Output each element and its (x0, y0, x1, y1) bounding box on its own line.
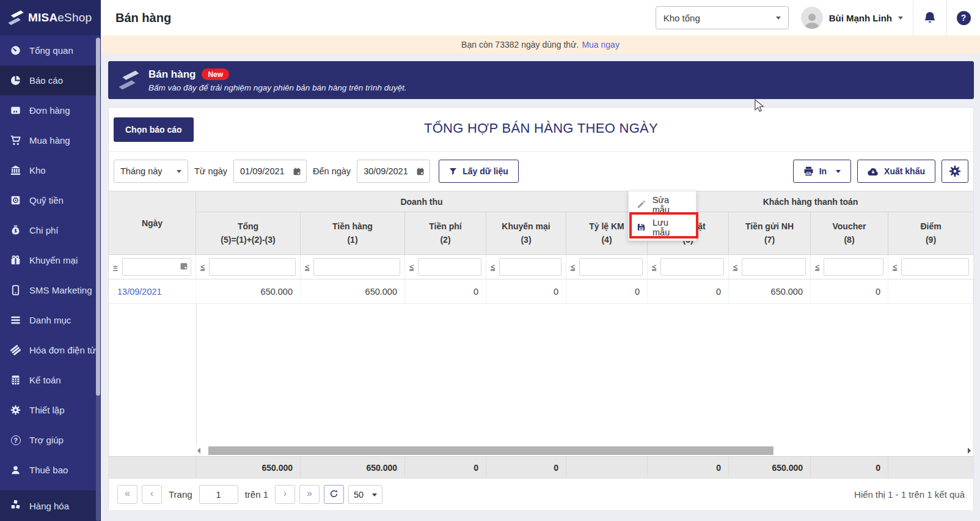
menu-item-luu-mau[interactable]: Lưu mẫu (629, 216, 696, 238)
page-size-select[interactable]: 50 (348, 485, 382, 504)
sidebar-item-sms-marketing[interactable]: SMS Marketing (0, 275, 101, 305)
notifications-button[interactable] (913, 0, 946, 35)
promo-banner[interactable]: Bán hàng New Bấm vào đây để trải nghiệm … (108, 61, 974, 99)
column-header-tien-phi[interactable]: Tiền phí(2) (405, 212, 486, 255)
sidebar-item-mua-hang[interactable]: Mua hàng (0, 125, 101, 155)
report-title: TỔNG HỢP BÁN HÀNG THEO NGÀY (109, 120, 973, 136)
sidebar-item-hang-hoa[interactable]: Hàng hóa (0, 490, 101, 521)
filter-input[interactable] (209, 258, 296, 276)
scroll-left-icon[interactable] (197, 448, 200, 454)
calendar-icon[interactable] (180, 262, 188, 270)
from-date-field[interactable] (233, 160, 307, 183)
filter-input[interactable] (742, 258, 806, 276)
filter-operator[interactable]: ≤ (409, 262, 414, 272)
sidebar-item-thiet-lap[interactable]: Thiết lập (0, 395, 101, 425)
print-button[interactable]: In (793, 160, 851, 183)
filter-operator[interactable]: = (113, 262, 118, 272)
filter-cell: ≤ (405, 255, 486, 279)
to-date-input[interactable] (364, 166, 412, 176)
calendar-icon[interactable] (416, 167, 425, 176)
horizontal-scrollbar[interactable] (109, 445, 973, 456)
sidebar-scrollbar-thumb[interactable] (96, 38, 100, 396)
warehouse-bank-icon (10, 165, 21, 176)
gear-icon (10, 405, 21, 415)
sidebar-item-label: Quỹ tiền (29, 195, 64, 205)
sidebar-item-tong-quan[interactable]: Tổng quan (0, 35, 101, 65)
buy-now-link[interactable]: Mua ngay (582, 40, 619, 50)
filter-icon (449, 168, 457, 176)
cell-date-link[interactable]: 13/09/2021 (109, 279, 196, 303)
filter-input[interactable] (418, 258, 481, 276)
total-tien-gui-nh: 650.000 (729, 457, 811, 478)
scroll-right-icon[interactable] (968, 448, 971, 454)
brand-logo[interactable]: MISAeShop (0, 0, 101, 35)
refresh-button[interactable] (324, 485, 344, 504)
menu-item-label: Lưu mẫu (653, 218, 688, 237)
prev-page-button[interactable]: ‹ (142, 485, 162, 504)
filter-operator[interactable]: ≤ (571, 262, 575, 272)
filter-operator[interactable]: ≤ (491, 262, 495, 272)
sidebar-item-kho[interactable]: Kho (0, 155, 101, 185)
reports-pie-icon (10, 75, 21, 86)
sidebar-item-label: Mua hàng (29, 135, 70, 146)
sidebar-item-bao-cao[interactable]: Báo cáo (0, 65, 101, 95)
filter-input[interactable] (579, 258, 643, 276)
filter-operator[interactable]: ≤ (733, 262, 737, 272)
column-header-khuyen-mai[interactable]: Khuyến mại(3) (486, 212, 566, 255)
filter-input[interactable] (660, 258, 724, 276)
table-settings-button[interactable] (942, 160, 968, 183)
filter-input[interactable] (499, 258, 561, 276)
filter-operator[interactable]: ≤ (652, 262, 656, 272)
filter-operator[interactable]: ≤ (200, 262, 205, 272)
column-header-tong[interactable]: Tổng(5)=(1)+(2)-(3) (196, 212, 301, 255)
sidebar-item-quy-tien[interactable]: Quỹ tiền (0, 185, 101, 215)
sidebar-item-label: Kho (29, 165, 46, 176)
calendar-icon[interactable] (293, 167, 301, 176)
column-header-tien-gui-nh[interactable]: Tiền gửi NH(7) (729, 212, 811, 255)
table-row[interactable]: 13/09/2021 650.000 650.000 0 0 0 0 650.0… (109, 279, 973, 304)
first-page-button[interactable]: « (117, 485, 137, 504)
filter-operator[interactable]: ≤ (305, 262, 309, 272)
filter-operator[interactable]: ≤ (815, 262, 819, 272)
export-button[interactable]: Xuất khẩu (857, 160, 935, 183)
cloud-download-icon (868, 167, 879, 176)
period-select[interactable]: Tháng này (114, 160, 188, 183)
frozen-column-divider (196, 304, 197, 445)
money-bag-icon (10, 225, 21, 235)
filter-input[interactable] (313, 258, 400, 276)
table-empty-area (109, 304, 973, 445)
sidebar-item-khuyen-mai[interactable]: Khuyến mại (0, 245, 101, 275)
next-page-button[interactable]: › (275, 485, 295, 504)
from-date-input[interactable] (240, 166, 289, 176)
menu-item-sua-mau[interactable]: Sửa mẫu (629, 193, 696, 216)
promo-title: Bán hàng (148, 68, 196, 81)
store-selector[interactable]: Kho tổng (656, 6, 789, 29)
sidebar-scrollbar[interactable] (96, 37, 100, 521)
column-header-ngay[interactable]: Ngày (109, 191, 196, 255)
column-header-diem[interactable]: Điểm(9) (888, 212, 973, 255)
column-header-voucher[interactable]: Voucher(8) (811, 212, 888, 255)
load-data-button[interactable]: Lấy dữ liệu (439, 160, 519, 183)
scrollbar-thumb[interactable] (208, 446, 773, 455)
last-page-button[interactable]: » (299, 485, 320, 504)
sidebar-item-thue-bao[interactable]: Thuê bao (0, 455, 101, 485)
sidebar-item-chi-phi[interactable]: Chi phí (0, 215, 101, 245)
page-number-input[interactable] (199, 485, 238, 504)
to-date-field[interactable] (357, 160, 430, 183)
sidebar-item-hoa-don-dien-tu[interactable]: Hóa đơn điện tử (0, 335, 101, 365)
sidebar-item-tro-giup[interactable]: ? Trợ giúp (0, 425, 101, 455)
help-button[interactable]: ? (947, 0, 980, 35)
filter-cell: ≤ (486, 255, 566, 279)
sidebar-item-danh-muc[interactable]: Danh mục (0, 305, 101, 335)
user-menu[interactable]: Bùi Mạnh Linh (801, 7, 903, 29)
filter-input[interactable] (901, 258, 969, 276)
scrollbar-track[interactable] (202, 446, 966, 455)
filter-operator[interactable]: ≤ (893, 262, 897, 272)
sidebar-item-ke-toan[interactable]: Kế toán (0, 365, 101, 395)
cell-tien-hang: 650.000 (301, 279, 405, 303)
column-header-tien-hang[interactable]: Tiền hàng(1) (301, 212, 405, 255)
sidebar-item-label: Khuyến mại (29, 255, 78, 265)
sidebar-item-don-hang[interactable]: Đơn hàng (0, 95, 101, 125)
filter-input[interactable] (824, 258, 883, 276)
total-tien-phi: 0 (405, 457, 486, 478)
